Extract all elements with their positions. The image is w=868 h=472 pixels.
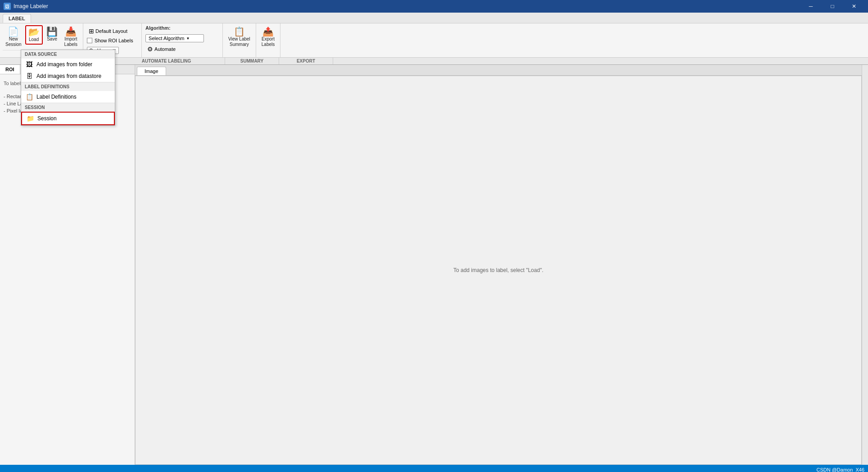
datastore-icon: 🗄 bbox=[26, 73, 33, 80]
app-icon: 🖼 bbox=[4, 3, 11, 10]
select-algorithm-arrow: ▼ bbox=[186, 36, 190, 41]
content-area: Image To add images to label, select "Lo… bbox=[135, 65, 862, 465]
ribbon-group-summary: 📋 View LabelSummary bbox=[223, 23, 256, 57]
view-label-summary-icon: 📋 bbox=[234, 27, 245, 36]
ribbon-section-spacer bbox=[333, 58, 868, 64]
save-icon: 💾 bbox=[46, 27, 58, 36]
ribbon-body: 📄 NewSession 📂 Load 💾 Save 📥 ImportLabel… bbox=[0, 23, 868, 57]
session-icon: 📁 bbox=[27, 115, 34, 122]
import-labels-label: ImportLabels bbox=[64, 36, 77, 47]
algorithm-label: Algorithm: bbox=[145, 25, 171, 31]
close-button[interactable]: ✕ bbox=[844, 0, 864, 13]
load-dropdown-menu: DATA SOURCE 🖼 Add images from folder 🗄 A… bbox=[21, 65, 115, 126]
algo-group-content: Algorithm: Select Algorithm ▼ ⚙ Automate bbox=[145, 25, 219, 57]
app-title: Image Labeler bbox=[14, 3, 48, 9]
import-labels-icon: 📥 bbox=[65, 27, 77, 36]
right-scrollbar[interactable] bbox=[862, 65, 868, 465]
title-bar: 🖼 Image Labeler ─ □ ✕ bbox=[0, 0, 868, 13]
load-button[interactable]: 📂 Load bbox=[25, 25, 43, 45]
ribbon-section-summary: SUMMARY bbox=[225, 58, 279, 64]
ribbon-section-export: EXPORT bbox=[279, 58, 333, 64]
ribbon-group-algorithm: Algorithm: Select Algorithm ▼ ⚙ Automate bbox=[142, 23, 223, 57]
automate-label: Automate bbox=[154, 46, 176, 52]
show-roi-labels-row: Show ROI Labels bbox=[87, 38, 133, 43]
minimize-button[interactable]: ─ bbox=[800, 0, 821, 13]
automate-icon: ⚙ bbox=[147, 45, 153, 53]
add-from-folder-label: Add images from folder bbox=[36, 65, 92, 68]
dropdown-section-session: SESSION bbox=[21, 103, 115, 112]
save-button[interactable]: 💾 Save bbox=[44, 25, 61, 44]
maximize-button[interactable]: □ bbox=[822, 0, 843, 13]
export-labels-button[interactable]: 📤 ExportLabels bbox=[259, 25, 277, 49]
new-session-label: NewSession bbox=[5, 36, 22, 47]
session-item[interactable]: 📁 Session bbox=[21, 112, 115, 125]
load-icon: 📂 bbox=[28, 27, 40, 36]
new-session-icon: 📄 bbox=[8, 27, 19, 36]
label-definitions-icon: 📋 bbox=[26, 93, 33, 100]
main-layout: ROI Label To label images, select "Load"… bbox=[0, 65, 868, 465]
left-panel-content: To label images, select "Load" or make a… bbox=[0, 74, 135, 465]
export-labels-icon: 📤 bbox=[262, 27, 274, 36]
left-panel: ROI Label To label images, select "Load"… bbox=[0, 65, 135, 465]
select-algorithm-label: Select Algorithm bbox=[149, 36, 184, 41]
ribbon: LABEL 📄 NewSession 📂 Load 💾 Save 📥 bbox=[0, 13, 868, 65]
content-tabs: Image bbox=[135, 65, 862, 76]
export-group-content: 📤 ExportLabels bbox=[259, 25, 277, 57]
import-labels-button[interactable]: 📥 ImportLabels bbox=[62, 25, 80, 49]
ribbon-tab-bar: LABEL bbox=[0, 13, 868, 23]
session-label: Session bbox=[37, 115, 57, 122]
default-layout-button[interactable]: ⊞ Default Layout bbox=[87, 26, 129, 36]
new-session-button[interactable]: 📄 NewSession bbox=[3, 25, 24, 49]
status-text: CSDN @Damon_X46 bbox=[816, 467, 864, 472]
status-bar: CSDN @Damon_X46 bbox=[0, 465, 868, 472]
show-roi-labels-label: Show ROI Labels bbox=[95, 38, 133, 43]
add-images-from-folder-item[interactable]: 🖼 Add images from folder bbox=[21, 65, 115, 70]
ribbon-group-label-content: 📄 NewSession 📂 Load 💾 Save 📥 ImportLabel… bbox=[3, 25, 80, 49]
default-layout-label: Default Layout bbox=[95, 28, 127, 34]
summary-group-content: 📋 View LabelSummary bbox=[226, 25, 253, 57]
save-label: Save bbox=[47, 36, 57, 42]
title-bar-left: 🖼 Image Labeler bbox=[4, 3, 48, 10]
content-main: To add images to label, select "Load". bbox=[135, 76, 862, 465]
ribbon-section-automate: AUTOMATE LABELING bbox=[108, 58, 225, 64]
folder-icon: 🖼 bbox=[26, 65, 33, 68]
default-layout-icon: ⊞ bbox=[89, 27, 94, 35]
roi-tab[interactable]: ROI bbox=[0, 65, 20, 74]
show-roi-labels-checkbox[interactable] bbox=[87, 38, 92, 43]
label-definitions-item[interactable]: 📋 Label Definitions bbox=[21, 91, 115, 103]
image-tab[interactable]: Image bbox=[137, 67, 166, 75]
ribbon-tab-label[interactable]: LABEL bbox=[3, 14, 31, 23]
select-algorithm-dropdown[interactable]: Select Algorithm ▼ bbox=[145, 34, 204, 42]
window-controls[interactable]: ─ □ ✕ bbox=[800, 0, 864, 13]
add-images-from-datastore-item[interactable]: 🗄 Add images from datastore bbox=[21, 70, 115, 82]
export-labels-label: ExportLabels bbox=[262, 36, 275, 47]
load-label: Load bbox=[29, 37, 39, 42]
view-label-summary-button[interactable]: 📋 View LabelSummary bbox=[226, 25, 253, 49]
ribbon-group-export: 📤 ExportLabels bbox=[256, 23, 280, 57]
label-definitions-label: Label Definitions bbox=[36, 94, 77, 100]
empty-message: To add images to label, select "Load". bbox=[453, 267, 543, 273]
automate-button[interactable]: ⚙ Automate bbox=[145, 44, 177, 54]
add-from-datastore-label: Add images from datastore bbox=[36, 73, 101, 79]
ribbon-sections-bar: AUTOMATE LABELING SUMMARY EXPORT bbox=[0, 57, 868, 65]
dropdown-section-label-defs: LABEL DEFINITIONS bbox=[21, 82, 115, 91]
view-label-summary-label: View LabelSummary bbox=[228, 36, 250, 47]
